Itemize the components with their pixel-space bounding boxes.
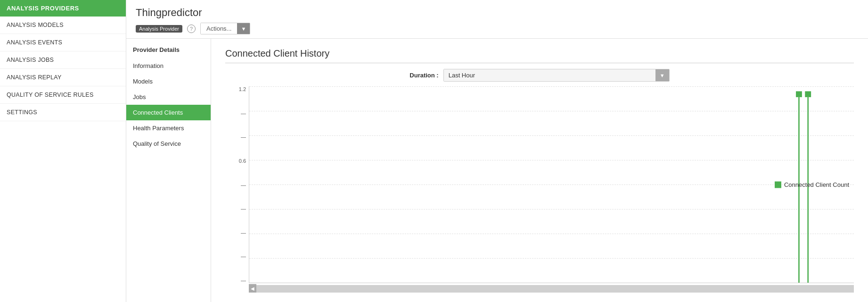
section-title: Connected Client History xyxy=(225,48,854,63)
provider-nav-title: Provider Details xyxy=(126,43,211,58)
analysis-provider-badge: Analysis Provider xyxy=(136,25,182,33)
main-area: Thingpredictor Analysis Provider ? Actio… xyxy=(126,0,868,302)
svg-rect-2 xyxy=(805,91,811,97)
legend-color-box xyxy=(775,181,781,188)
y-label-6: — xyxy=(241,253,246,259)
sidebar-header: ANALYSIS PROVIDERS xyxy=(0,0,126,17)
provider-nav: Provider Details Information Models Jobs… xyxy=(126,39,211,302)
chart-legend: Connected Client Count xyxy=(775,181,849,188)
y-label-4: — xyxy=(241,206,246,211)
sidebar-item-analysis-jobs[interactable]: ANALYSIS JOBS xyxy=(0,51,126,69)
duration-row: Duration : Last Hour ▼ xyxy=(225,69,854,82)
scrollbar-row: ◀ xyxy=(249,284,854,293)
sidebar: ANALYSIS PROVIDERS ANALYSIS MODELS ANALY… xyxy=(0,0,126,302)
actions-arrow-icon[interactable]: ▼ xyxy=(237,23,250,34)
duration-value: Last Hour xyxy=(444,69,655,81)
topbar-actions: Analysis Provider ? Actions... ▼ xyxy=(136,23,859,38)
content-area: Provider Details Information Models Jobs… xyxy=(126,39,868,302)
y-label-3: — xyxy=(241,182,246,188)
provider-nav-item-information[interactable]: Information xyxy=(126,58,211,74)
legend-label: Connected Client Count xyxy=(784,181,849,188)
help-icon[interactable]: ? xyxy=(187,25,196,33)
provider-nav-item-models[interactable]: Models xyxy=(126,74,211,89)
duration-label: Duration : xyxy=(409,72,438,79)
sidebar-item-settings[interactable]: SETTINGS xyxy=(0,104,126,121)
chart-plot: Connected Client Count xyxy=(249,86,854,283)
actions-dropdown[interactable]: Actions... ▼ xyxy=(200,23,250,34)
svg-rect-0 xyxy=(796,91,802,97)
y-label-top: 1.2 xyxy=(239,86,246,92)
sidebar-item-quality-of-service-rules[interactable]: QUALITY OF SERVICE RULES xyxy=(0,86,126,104)
page-title: Thingpredictor xyxy=(136,7,859,19)
y-label-bottom: — xyxy=(241,277,246,283)
duration-select[interactable]: Last Hour ▼ xyxy=(443,69,670,82)
topbar: Thingpredictor Analysis Provider ? Actio… xyxy=(126,0,868,39)
chart-y-axis: 1.2 — — 0.6 — — — — — xyxy=(225,86,249,293)
sidebar-item-analysis-events[interactable]: ANALYSIS EVENTS xyxy=(0,34,126,51)
scroll-left-button[interactable]: ◀ xyxy=(249,284,256,293)
duration-arrow-icon[interactable]: ▼ xyxy=(655,69,669,81)
y-label-2: — xyxy=(241,134,246,140)
sidebar-item-analysis-models[interactable]: ANALYSIS MODELS xyxy=(0,17,126,34)
chart-area: Connected Client History Duration : Last… xyxy=(211,39,868,302)
provider-nav-item-connected-clients[interactable]: Connected Clients xyxy=(126,105,211,120)
y-label-1: — xyxy=(241,110,246,116)
y-label-mid: 0.6 xyxy=(239,158,246,164)
actions-label[interactable]: Actions... xyxy=(201,23,237,34)
y-label-5: — xyxy=(241,230,246,235)
chart-main: Connected Client Count ◀ xyxy=(249,86,854,293)
sidebar-item-analysis-replay[interactable]: ANALYSIS REPLAY xyxy=(0,69,126,86)
provider-nav-item-quality-of-service[interactable]: Quality of Service xyxy=(126,136,211,151)
chart-scrollbar[interactable] xyxy=(256,285,854,293)
provider-nav-item-jobs[interactable]: Jobs xyxy=(126,89,211,105)
chart-svg xyxy=(249,86,854,283)
chart-container: 1.2 — — 0.6 — — — — — xyxy=(225,86,854,293)
provider-nav-item-health-parameters[interactable]: Health Parameters xyxy=(126,120,211,136)
